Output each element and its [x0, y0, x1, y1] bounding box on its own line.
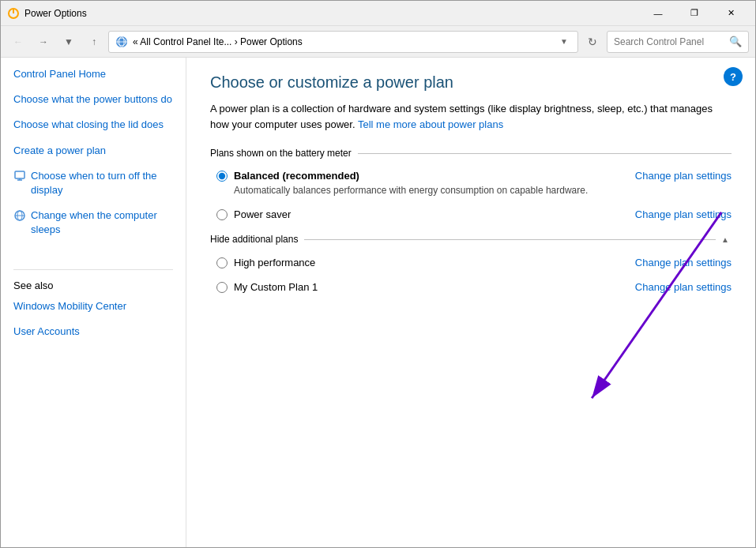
additional-plans-section: Hide additional plans ▲ High performance…	[210, 233, 732, 293]
sidebar-item-power-buttons[interactable]: Choose what the power buttons do	[13, 92, 173, 107]
window-title: Power Options	[24, 8, 640, 19]
plan-radio-high-performance[interactable]	[216, 257, 228, 268]
sidebar-item-sleep[interactable]: Change when the computer sleeps	[31, 208, 173, 237]
globe-icon	[13, 209, 26, 222]
change-plan-power-saver[interactable]: Change plan settings	[635, 208, 732, 220]
plans-section: Plans shown on the battery meter Balance…	[210, 148, 732, 220]
sidebar-item-display-wrapper: Choose when to turn off the display	[13, 169, 173, 197]
main-content: Control Panel Home Choose what the power…	[1, 58, 755, 547]
plan-radio-balanced[interactable]	[216, 171, 228, 182]
close-button[interactable]: ✕	[713, 1, 749, 26]
svg-rect-6	[15, 171, 24, 178]
section-header-additional: Hide additional plans ▲	[210, 233, 732, 246]
section-divider	[358, 153, 732, 154]
search-input[interactable]	[614, 36, 729, 47]
plan-name-high-performance: High performance	[234, 257, 315, 268]
plan-label-power-saver[interactable]: Power saver	[216, 208, 291, 220]
help-button[interactable]: ?	[724, 67, 743, 86]
power-options-icon	[7, 7, 20, 20]
learn-more-link[interactable]: Tell me more about power plans	[358, 118, 503, 130]
up-button[interactable]: ↑	[83, 31, 105, 53]
plan-row-high-performance: High performance Change plan settings	[216, 257, 732, 268]
change-plan-balanced[interactable]: Change plan settings	[635, 170, 732, 182]
plan-name-custom-plan: My Custom Plan 1	[234, 281, 318, 293]
address-dropdown-icon[interactable]: ▼	[557, 37, 571, 46]
section-label-battery: Plans shown on the battery meter	[210, 148, 358, 159]
plan-description-balanced: Automatically balances performance with …	[216, 185, 732, 196]
change-plan-high-performance[interactable]: Change plan settings	[635, 257, 732, 268]
section-divider-additional	[304, 239, 716, 240]
back-button[interactable]: ←	[7, 31, 29, 53]
plan-row-custom-plan: My Custom Plan 1 Change plan settings	[216, 281, 732, 293]
content-area: ? Choose or customize a power plan A pow…	[186, 58, 755, 547]
plan-item-high-performance: High performance Change plan settings	[210, 257, 732, 268]
plan-row-balanced: Balanced (recommended) Change plan setti…	[216, 170, 732, 182]
recent-button[interactable]: ▼	[58, 31, 80, 53]
sidebar-item-lid[interactable]: Choose what closing the lid does	[13, 118, 173, 132]
maximize-button[interactable]: ❐	[676, 1, 713, 26]
plan-radio-power-saver[interactable]	[216, 209, 228, 220]
page-title: Choose or customize a power plan	[210, 73, 732, 92]
plan-label-custom-plan[interactable]: My Custom Plan 1	[216, 281, 318, 293]
collapse-button[interactable]: ▲	[719, 233, 732, 246]
sidebar-item-user-accounts[interactable]: User Accounts	[13, 325, 173, 339]
plan-item-balanced: Balanced (recommended) Change plan setti…	[210, 170, 732, 196]
page-description: A power plan is a collection of hardware…	[210, 101, 732, 132]
sidebar-item-display[interactable]: Choose when to turn off the display	[31, 169, 173, 197]
sidebar-item-create-plan[interactable]: Create a power plan	[13, 144, 173, 158]
change-plan-custom-plan[interactable]: Change plan settings	[635, 281, 732, 293]
plan-row-power-saver: Power saver Change plan settings	[216, 208, 732, 220]
section-header-battery: Plans shown on the battery meter	[210, 148, 732, 159]
window: Power Options — ❐ ✕ ← → ▼ ↑ « All Contro…	[0, 0, 756, 548]
address-field[interactable]: « All Control Panel Ite... › Power Optio…	[108, 31, 578, 53]
see-also-section: See also Windows Mobility Center User Ac…	[13, 269, 173, 339]
title-bar: Power Options — ❐ ✕	[1, 1, 755, 26]
plan-radio-custom-plan[interactable]	[216, 282, 228, 293]
sidebar: Control Panel Home Choose what the power…	[1, 58, 186, 547]
sidebar-item-mobility-center[interactable]: Windows Mobility Center	[13, 299, 173, 313]
window-controls: — ❐ ✕	[640, 1, 749, 26]
plan-item-power-saver: Power saver Change plan settings	[210, 208, 732, 220]
plan-label-balanced[interactable]: Balanced (recommended)	[216, 170, 359, 182]
search-field[interactable]: 🔍	[607, 31, 749, 53]
search-icon: 🔍	[729, 36, 742, 47]
breadcrumb-text: « All Control Panel Ite... › Power Optio…	[133, 36, 552, 47]
address-bar: ← → ▼ ↑ « All Control Panel Ite... › Pow…	[1, 26, 755, 58]
plan-name-power-saver: Power saver	[234, 208, 291, 220]
refresh-button[interactable]: ↻	[581, 31, 604, 53]
plan-label-high-performance[interactable]: High performance	[216, 257, 315, 268]
forward-button[interactable]: →	[32, 31, 55, 53]
plan-item-custom-plan: My Custom Plan 1 Change plan settings	[210, 281, 732, 293]
see-also-label: See also	[13, 280, 173, 291]
section-label-additional: Hide additional plans	[210, 234, 304, 245]
sidebar-item-sleep-wrapper: Change when the computer sleeps	[13, 208, 173, 237]
sidebar-item-control-panel-home[interactable]: Control Panel Home	[13, 67, 173, 81]
plan-name-balanced: Balanced (recommended)	[234, 170, 359, 182]
control-panel-icon	[115, 36, 128, 48]
monitor-icon	[13, 170, 26, 182]
minimize-button[interactable]: —	[640, 1, 676, 26]
